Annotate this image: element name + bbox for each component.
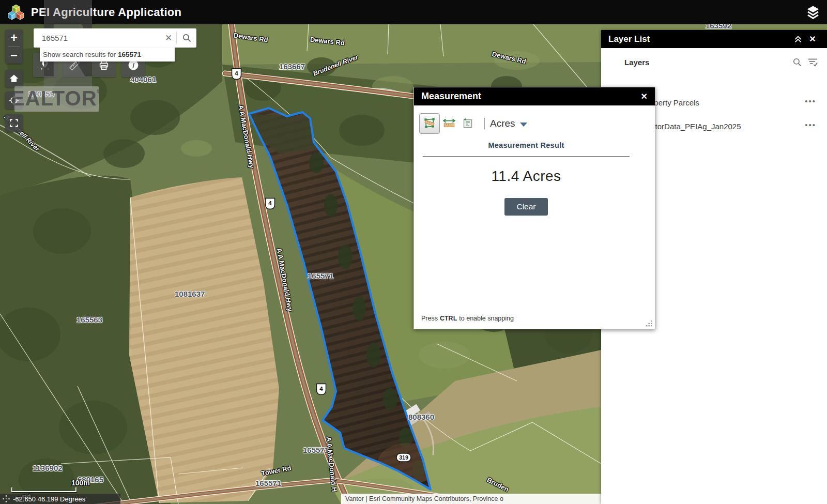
layer-search-icon [792, 57, 802, 67]
unit-dropdown[interactable]: Acres [490, 118, 527, 129]
scalebar-label: 100m [71, 479, 90, 487]
search-suggestion[interactable]: Show search results for 165571 [40, 48, 175, 62]
search-button[interactable] [177, 28, 196, 48]
hint-suffix: to enable snapping [459, 315, 514, 322]
layer-name: VantorData_PEIAg_Jan2025 [642, 122, 741, 131]
map-attribution: Vantor | Esri Community Maps Contributor… [341, 494, 601, 504]
coordinate-readout: -62.650 46.199 Degrees [13, 495, 85, 503]
resize-grip-icon [646, 320, 652, 327]
measure-location-button[interactable] [458, 113, 477, 134]
crosshair-icon [2, 495, 10, 503]
layers-icon [805, 5, 821, 20]
hint-key: CTRL [440, 315, 457, 322]
watermark-rest: EALTOR [11, 86, 97, 110]
measure-distance-icon [442, 117, 456, 130]
clear-button[interactable]: Clear [504, 198, 548, 216]
close-layer-list-button[interactable]: ✕ [805, 32, 820, 47]
filter-layers-button[interactable] [807, 57, 818, 69]
basemap-layers-button[interactable] [803, 3, 823, 22]
result-divider [423, 156, 630, 157]
watermark-word-box: EALTOR® [14, 86, 99, 112]
hint-prefix: Press [421, 315, 438, 322]
clear-search-icon[interactable]: ✕ [161, 33, 176, 43]
layer-options-button[interactable]: ••• [805, 97, 816, 105]
filter-check-icon [807, 57, 818, 67]
zoom-control: + − [5, 29, 23, 64]
scalebar [11, 487, 76, 492]
search-layers-button[interactable] [792, 57, 802, 69]
layer-options-button[interactable]: ••• [805, 120, 816, 129]
layers-section-label: Layers [624, 58, 649, 67]
pei-agriculture-app: 1636674040613102591635921081637165563165… [0, 0, 827, 504]
suggestion-text: Show search results for [43, 51, 116, 58]
measurement-dialog: Measurement ✕ [414, 87, 655, 329]
measure-distance-button[interactable] [440, 113, 458, 134]
measurement-title: Measurement [421, 91, 641, 102]
measurement-result-value: 11.4 Acres [423, 168, 630, 185]
double-chevron-up-icon [793, 35, 803, 44]
unit-label: Acres [490, 118, 515, 129]
search-box: ✕ [34, 28, 196, 48]
layer-list-header: Layer List ✕ [601, 30, 827, 48]
app-title: PEI Agriculture Application [31, 6, 181, 19]
app-logo-icon [7, 4, 25, 21]
resize-handle[interactable] [646, 320, 652, 327]
home-button[interactable] [5, 70, 23, 87]
svg-text:i: i [132, 62, 134, 69]
layer-list-title: Layer List [608, 34, 791, 44]
measurement-content: Measurement Result 11.4 Acres Clear [423, 141, 630, 216]
measurement-result-header: Measurement Result [423, 141, 630, 149]
measurement-toolbar: Acres [419, 113, 527, 134]
search-icon [182, 33, 192, 43]
measurement-header: Measurement ✕ [414, 87, 655, 105]
fullscreen-icon [9, 118, 19, 128]
home-icon [9, 73, 19, 84]
close-measurement-button[interactable]: ✕ [641, 91, 648, 101]
measure-area-button[interactable] [419, 113, 440, 134]
collapse-panel-button[interactable] [791, 32, 805, 47]
search-input[interactable] [34, 34, 161, 42]
toolbar-separator [484, 118, 485, 129]
fullscreen-button[interactable] [5, 114, 23, 132]
zoom-out-button[interactable]: − [5, 47, 23, 64]
zoom-in-button[interactable]: + [5, 29, 23, 47]
coordinate-widget: -62.650 46.199 Degrees [0, 494, 120, 504]
chevron-down-icon [520, 123, 527, 127]
watermark-registered-mark: ® [97, 86, 103, 97]
measure-location-icon [462, 117, 474, 130]
measure-area-icon [423, 117, 436, 130]
suggestion-term: 165571 [118, 51, 141, 58]
snapping-hint: PressCTRLto enable snapping [421, 315, 514, 322]
app-header: PEI Agriculture Application [0, 0, 827, 24]
